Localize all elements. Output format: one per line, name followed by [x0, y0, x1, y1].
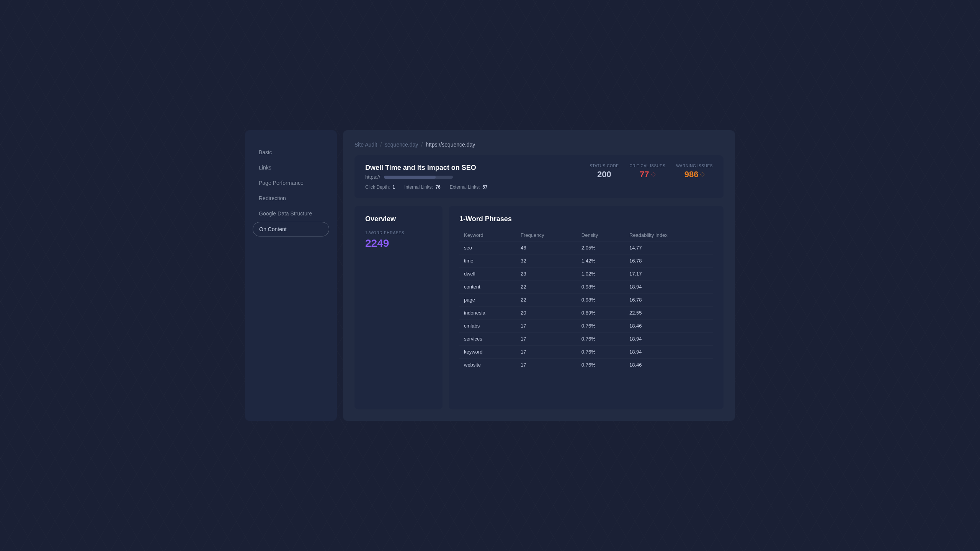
- stat-value: 2249: [365, 237, 432, 249]
- cell-density: 0.76%: [577, 333, 625, 346]
- cell-density: 1.42%: [577, 254, 625, 267]
- col-readability: Readability Index: [625, 229, 713, 241]
- cell-density: 0.76%: [577, 320, 625, 333]
- sidebar-item-redirection[interactable]: Redirection: [253, 191, 329, 205]
- cell-density: 0.98%: [577, 293, 625, 306]
- bottom-section: Overview 1-WORD PHRASES 2249 1-Word Phra…: [354, 206, 724, 409]
- sidebar-item-on-content[interactable]: On Content: [253, 222, 329, 236]
- url-bar-fill: [384, 176, 436, 179]
- cell-keyword: services: [459, 333, 516, 346]
- sidebar-item-page-performance[interactable]: Page Performance: [253, 176, 329, 190]
- col-keyword: Keyword: [459, 229, 516, 241]
- external-links: External Links: 57: [450, 184, 488, 190]
- breadcrumb-sequence-day[interactable]: sequence.day: [385, 142, 418, 148]
- cell-readability: 14.77: [625, 241, 713, 254]
- warning-issues-label: WARNING ISSUES: [676, 164, 713, 168]
- page-wrapper: Basic Links Page Performance Redirection…: [245, 130, 735, 421]
- cell-readability: 18.94: [625, 280, 713, 293]
- cell-readability: 16.78: [625, 293, 713, 306]
- cell-readability: 18.46: [625, 359, 713, 372]
- critical-issues-metric: CRITICAL ISSUES 77: [630, 164, 666, 179]
- cell-keyword: indonesia: [459, 306, 516, 320]
- cell-readability: 17.17: [625, 267, 713, 280]
- phrases-table: Keyword Frequency Density Readability In…: [459, 229, 713, 371]
- internal-links: Internal Links: 76: [404, 184, 441, 190]
- warning-issues-value: 986: [676, 170, 713, 179]
- breadcrumb-sep-2: /: [421, 142, 423, 148]
- cell-readability: 22.55: [625, 306, 713, 320]
- warning-dot: [701, 173, 704, 176]
- cell-density: 0.76%: [577, 359, 625, 372]
- cell-frequency: 17: [516, 359, 577, 372]
- stat-label: 1-WORD PHRASES: [365, 231, 432, 235]
- critical-issues-label: CRITICAL ISSUES: [630, 164, 666, 168]
- cell-keyword: keyword: [459, 346, 516, 359]
- page-info-left: Dwell Time and Its Impact on SEO https:/…: [365, 164, 488, 190]
- cell-frequency: 22: [516, 280, 577, 293]
- cell-readability: 18.46: [625, 320, 713, 333]
- cell-readability: 16.78: [625, 254, 713, 267]
- table-row: keyword170.76%18.94: [459, 346, 713, 359]
- page-card: Dwell Time and Its Impact on SEO https:/…: [354, 155, 724, 198]
- overview-title: Overview: [365, 215, 432, 223]
- status-code-label: STATUS CODE: [590, 164, 619, 168]
- table-row: services170.76%18.94: [459, 333, 713, 346]
- cell-frequency: 23: [516, 267, 577, 280]
- cell-readability: 18.94: [625, 333, 713, 346]
- breadcrumb: Site Audit / sequence.day / https://sequ…: [354, 142, 724, 148]
- main-content: Site Audit / sequence.day / https://sequ…: [343, 130, 735, 421]
- cell-density: 0.98%: [577, 280, 625, 293]
- phrases-card: 1-Word Phrases Keyword Frequency Density…: [449, 206, 724, 409]
- metrics-group: STATUS CODE 200 CRITICAL ISSUES 77 WARNI…: [590, 164, 713, 179]
- sidebar-item-basic[interactable]: Basic: [253, 145, 329, 159]
- critical-dot: [652, 173, 655, 176]
- cell-keyword: time: [459, 254, 516, 267]
- cell-density: 2.05%: [577, 241, 625, 254]
- cell-frequency: 17: [516, 320, 577, 333]
- cell-frequency: 17: [516, 333, 577, 346]
- cell-density: 1.02%: [577, 267, 625, 280]
- cell-readability: 18.94: [625, 346, 713, 359]
- cell-keyword: seo: [459, 241, 516, 254]
- breadcrumb-site-audit[interactable]: Site Audit: [354, 142, 377, 148]
- table-row: content220.98%18.94: [459, 280, 713, 293]
- sidebar: Basic Links Page Performance Redirection…: [245, 130, 337, 421]
- table-row: page220.98%16.78: [459, 293, 713, 306]
- sidebar-item-google-data-structure[interactable]: Google Data Structure: [253, 207, 329, 220]
- table-row: indonesia200.89%22.55: [459, 306, 713, 320]
- phrases-title: 1-Word Phrases: [459, 215, 713, 223]
- breadcrumb-url[interactable]: https://sequence.day: [426, 142, 475, 148]
- sidebar-item-links[interactable]: Links: [253, 161, 329, 174]
- col-frequency: Frequency: [516, 229, 577, 241]
- cell-keyword: dwell: [459, 267, 516, 280]
- cell-keyword: website: [459, 359, 516, 372]
- status-code-value: 200: [590, 170, 619, 179]
- page-url-row: https://: [365, 174, 488, 180]
- page-header: Dwell Time and Its Impact on SEO https:/…: [365, 164, 713, 190]
- cell-density: 0.89%: [577, 306, 625, 320]
- page-title: Dwell Time and Its Impact on SEO: [365, 164, 488, 172]
- critical-issues-value: 77: [630, 170, 666, 179]
- cell-frequency: 17: [516, 346, 577, 359]
- click-depth: Click Depth: 1: [365, 184, 395, 190]
- table-row: cmlabs170.76%18.46: [459, 320, 713, 333]
- cell-keyword: cmlabs: [459, 320, 516, 333]
- cell-frequency: 20: [516, 306, 577, 320]
- table-row: dwell231.02%17.17: [459, 267, 713, 280]
- cell-frequency: 22: [516, 293, 577, 306]
- page-url-text: https://: [365, 174, 380, 180]
- url-bar: [384, 176, 453, 179]
- table-row: time321.42%16.78: [459, 254, 713, 267]
- page-meta: Click Depth: 1 Internal Links: 76 Extern…: [365, 184, 488, 190]
- cell-keyword: content: [459, 280, 516, 293]
- overview-card: Overview 1-WORD PHRASES 2249: [354, 206, 443, 409]
- warning-issues-metric: WARNING ISSUES 986: [676, 164, 713, 179]
- cell-keyword: page: [459, 293, 516, 306]
- table-header-row: Keyword Frequency Density Readability In…: [459, 229, 713, 241]
- table-row: website170.76%18.46: [459, 359, 713, 372]
- table-row: seo462.05%14.77: [459, 241, 713, 254]
- cell-frequency: 32: [516, 254, 577, 267]
- breadcrumb-sep-1: /: [380, 142, 382, 148]
- cell-frequency: 46: [516, 241, 577, 254]
- cell-density: 0.76%: [577, 346, 625, 359]
